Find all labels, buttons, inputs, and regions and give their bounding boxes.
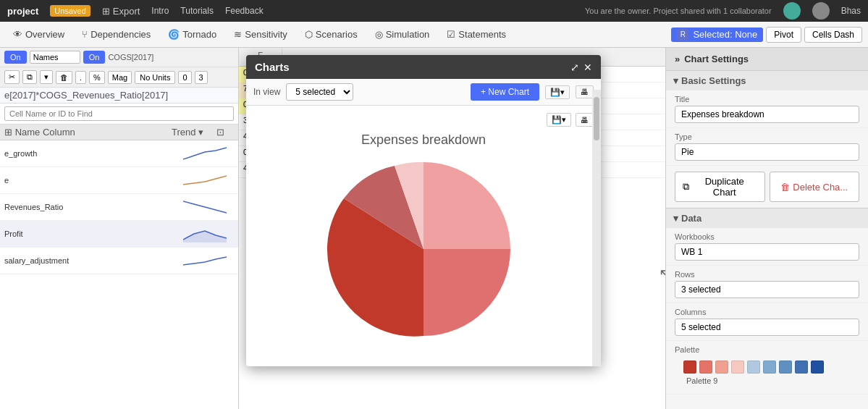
nav-overview[interactable]: 👁 Overview [6, 26, 72, 43]
palette-swatches: Palette 9 [675, 356, 859, 389]
owner-info: You are the owner. Project shared with 1… [585, 7, 772, 15]
delete-chart-btn[interactable]: 🗑 Delete Cha... [770, 172, 860, 202]
cursor-pointer: ↖ [659, 265, 665, 282]
cells-dash-btn[interactable]: Cells Dash [804, 27, 862, 43]
mag-btn[interactable]: Mag [108, 71, 132, 84]
chart-settings-header: » Chart Settings [666, 48, 868, 70]
top-bar: project Unsaved ⊞ Export Intro Tutorials… [0, 0, 868, 22]
scissors-btn[interactable]: ✂ [4, 70, 20, 84]
swatch-1[interactable] [699, 360, 712, 374]
table-row[interactable]: e [0, 167, 238, 194]
swatch-6[interactable] [779, 360, 792, 374]
print-chart-btn[interactable]: 🖶 [576, 85, 594, 98]
table-row[interactable]: salary_adjustment [0, 248, 238, 274]
period-btn[interactable]: . [75, 71, 86, 84]
swatch-8[interactable] [811, 360, 824, 374]
right-panel: » Chart Settings ▾ Basic Settings Title … [665, 48, 868, 409]
workbooks-input[interactable] [675, 243, 859, 261]
selected-badge: R Selected: None [671, 28, 763, 42]
scenarios-icon: ⬡ [305, 29, 313, 40]
swatch-7[interactable] [795, 360, 808, 374]
avatar-user [812, 2, 830, 20]
nav-tornado[interactable]: 🌀 Tornado [161, 26, 224, 43]
close-btn[interactable]: ✕ [583, 62, 592, 73]
pie-chart [322, 155, 525, 350]
unsaved-btn[interactable]: Unsaved [50, 5, 90, 17]
rows-input[interactable] [675, 281, 859, 298]
table-row[interactable]: e_growth [0, 140, 238, 167]
duplicate-icon: ⧉ [683, 181, 689, 193]
pivot-btn[interactable]: Pivot [766, 27, 801, 43]
format-toolbar: ✂ ⧉ ▾ 🗑 . % Mag No Units 0 3 [0, 67, 238, 88]
toolbar-row: On On COGS[2017] [0, 48, 238, 67]
settings-arrows-icon: » [675, 54, 680, 64]
swatch-2[interactable] [715, 360, 728, 374]
pie-svg [322, 155, 525, 343]
expand-icon: ⊞ [4, 127, 12, 138]
nav-sensitivity[interactable]: ≋ Sensitivity [227, 26, 295, 43]
title-row: Title [666, 90, 868, 128]
title-label: Title [675, 95, 859, 104]
intro-btn[interactable]: Intro [151, 6, 169, 16]
table-row[interactable]: Revenues_Ratio [0, 194, 238, 221]
zero-btn[interactable]: 0 [178, 71, 191, 84]
type-input[interactable] [675, 143, 859, 161]
save-chart-btn[interactable]: 💾▾ [545, 85, 570, 99]
triangle-icon: ▾ [673, 75, 678, 86]
num-btn[interactable]: 3 [195, 71, 208, 84]
on-btn-1[interactable]: On [4, 51, 27, 64]
scrollbar-thumb[interactable] [594, 97, 599, 140]
print-icon-btn[interactable]: 🖶 [576, 113, 594, 127]
palette-row-container: Palette Palette 9 [666, 341, 868, 395]
swatch-3[interactable] [731, 360, 744, 374]
simulation-icon: ◎ [375, 29, 383, 40]
modal-scrollbar[interactable] [592, 90, 601, 366]
project-name: project [7, 6, 38, 17]
table-row[interactable]: Profit [0, 221, 238, 248]
nav-dependencies[interactable]: ⑂ Dependencies [75, 26, 158, 43]
palette-label: Palette [675, 345, 859, 354]
tornado-icon: 🌀 [168, 29, 180, 40]
copy-btn[interactable]: ⧉ [22, 70, 37, 84]
rows-row: Rows [666, 266, 868, 303]
row-name-salary: salary_adjustment [4, 256, 176, 265]
row-trend-3 [176, 224, 234, 244]
no-units-btn[interactable]: No Units [135, 71, 175, 84]
nav-statements[interactable]: ☑ Statements [439, 26, 513, 43]
tutorials-btn[interactable]: Tutorials [180, 6, 214, 16]
export-btn[interactable]: ⊞ Export [102, 6, 140, 17]
charts-modal: Charts ⤢ ✕ In view 5 selected + New Char… [246, 55, 601, 366]
percent-btn[interactable]: % [89, 71, 105, 84]
search-input[interactable] [4, 106, 234, 121]
maximize-btn[interactable]: ⤢ [570, 62, 579, 73]
r-icon: R [677, 29, 688, 41]
cogs-label: COGS[2017] [108, 53, 153, 62]
nav-simulation[interactable]: ◎ Simulation [368, 26, 437, 43]
row-trend-2 [176, 197, 234, 217]
action-btns: ⧉ Duplicate Chart 🗑 Delete Cha... [666, 166, 868, 208]
left-panel: On On COGS[2017] ✂ ⧉ ▾ 🗑 . % Mag No Unit… [0, 48, 239, 409]
feedback-btn[interactable]: Feedback [225, 6, 264, 16]
columns-row: Columns [666, 303, 868, 341]
save-icon-btn[interactable]: 💾▾ [547, 113, 571, 127]
columns-input[interactable] [675, 319, 859, 336]
rows-label: Rows [675, 270, 859, 279]
duplicate-chart-btn[interactable]: ⧉ Duplicate Chart [675, 172, 765, 202]
swatch-5[interactable] [763, 360, 776, 374]
title-input[interactable] [675, 106, 859, 123]
avatar-collab [783, 2, 801, 20]
swatch-0[interactable] [683, 360, 696, 374]
search-row [0, 104, 238, 125]
export-icon: ⊞ [102, 6, 110, 17]
new-chart-btn[interactable]: + New Chart [471, 83, 539, 101]
triangle-icon-data: ▾ [673, 213, 678, 224]
delete-btn[interactable]: 🗑 [56, 71, 72, 84]
chart-select-dropdown[interactable]: 5 selected [286, 83, 353, 101]
names-input[interactable] [30, 51, 80, 64]
export-col-icon[interactable]: ⊡ [216, 127, 234, 138]
dropdown-btn[interactable]: ▾ [40, 70, 53, 84]
swatch-4[interactable] [747, 360, 760, 374]
delete-icon: 🗑 [780, 182, 790, 193]
nav-scenarios[interactable]: ⬡ Scenarios [298, 26, 365, 43]
on-btn-2[interactable]: On [83, 51, 106, 64]
